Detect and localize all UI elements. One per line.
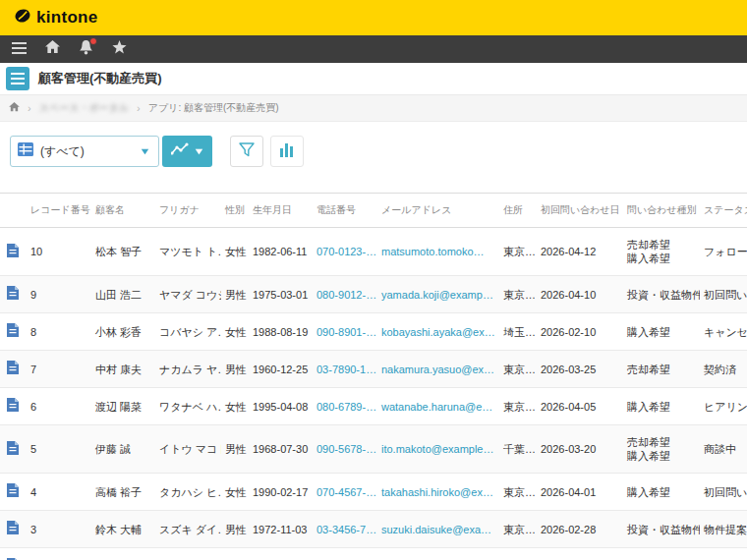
email-link[interactable]: nakamura.yasuo@ex… <box>381 364 494 375</box>
breadcrumb-home-link[interactable] <box>9 102 20 114</box>
cell-customer-name: 中村 康夫 <box>91 351 155 388</box>
cell-gender: 女性 <box>221 228 249 276</box>
column-header[interactable]: 初回問い合わせ日 <box>537 194 623 228</box>
email-link[interactable]: yamada.koji@examp… <box>381 289 493 301</box>
breadcrumb: › スペース・ポータル › アプリ: 顧客管理(不動産売買) <box>0 95 747 122</box>
table-view-icon <box>18 142 33 160</box>
cell-gender: 男性 <box>221 511 249 548</box>
cell-address: 東京… <box>499 351 537 388</box>
column-header[interactable]: ステータス <box>700 194 747 228</box>
cell-furigana: イトウ マコト <box>155 425 221 474</box>
breadcrumb-app-item: アプリ: 顧客管理(不動産売買) <box>148 101 279 115</box>
email-link[interactable]: kobayashi.ayaka@ex… <box>381 326 495 338</box>
breadcrumb-separator: › <box>28 102 31 114</box>
app-header: 顧客管理(不動産売買) <box>0 63 747 95</box>
chart-button[interactable] <box>270 136 304 167</box>
cell-furigana: ナカムラ ヤ… <box>155 351 221 388</box>
graph-button[interactable]: ▼ <box>162 136 212 167</box>
column-header[interactable]: 性別 <box>221 194 249 228</box>
column-header[interactable]: 顧客名 <box>91 194 155 228</box>
email-link[interactable]: takahashi.hiroko@ex… <box>381 486 493 498</box>
bar-chart-icon <box>279 142 294 161</box>
record-detail-icon[interactable] <box>7 361 19 377</box>
column-header[interactable]: 電話番号 <box>313 194 377 228</box>
chevron-down-icon: ▼ <box>193 146 204 156</box>
cell-inquiry-type: 購入希望 <box>623 388 700 425</box>
column-header[interactable]: 問い合わせ種別 <box>623 194 700 228</box>
cell-inquiry-type: 投資・収益物件 <box>623 511 700 548</box>
phone-link[interactable]: 070-4567-… <box>316 486 376 498</box>
table-body: 10松本 智子マツモト ト…女性1982-06-11070-0123-…mats… <box>0 228 747 560</box>
cell-gender: 男性 <box>221 351 249 388</box>
cell-first-inquiry-date: 2026-03-15 <box>537 548 623 560</box>
filter-button[interactable] <box>230 136 263 167</box>
kintone-logo[interactable]: kintone <box>14 7 98 28</box>
view-selector[interactable]: (すべて) ▼ <box>10 136 159 167</box>
cell-record-number: 5 <box>27 425 91 474</box>
menu-button[interactable] <box>2 35 35 63</box>
cell-inquiry-type: 売却希望購入希望 <box>623 425 700 474</box>
phone-link[interactable]: 090-5678-… <box>316 443 376 455</box>
cell-furigana: ヤマダ コウジ <box>155 276 221 313</box>
cell-gender: 女性 <box>221 388 249 425</box>
cell-record-number: 9 <box>27 276 91 313</box>
cell-inquiry-type: 購入希望 <box>623 474 700 511</box>
cell-inquiry-type: 投資・収益物件 <box>623 276 700 313</box>
phone-link[interactable]: 03-3456-7… <box>316 524 376 535</box>
column-header[interactable]: 住所 <box>499 194 537 228</box>
phone-link[interactable]: 03-7890-1… <box>316 364 376 375</box>
phone-link[interactable]: 080-6789-… <box>316 401 376 413</box>
cell-address: 東京… <box>499 474 537 511</box>
cell-birthdate: 1975-03-01 <box>249 276 313 313</box>
column-header[interactable]: 生年月日 <box>249 194 313 228</box>
email-link[interactable]: suzuki.daisuke@exa… <box>381 524 491 535</box>
column-header[interactable]: レコード番号 <box>27 194 91 228</box>
column-header[interactable]: フリガナ <box>155 194 221 228</box>
table-row: 8小林 彩香コバヤシ ア…女性1988-08-19090-8901-…kobay… <box>0 313 747 351</box>
record-detail-icon[interactable] <box>7 323 19 340</box>
favorites-button[interactable] <box>102 35 136 63</box>
cell-gender: 女性 <box>221 474 249 511</box>
email-link[interactable]: watanabe.haruna@e… <box>381 401 492 413</box>
cell-first-inquiry-date: 2026-04-05 <box>537 388 623 425</box>
cell-status: フォロー中 <box>700 228 747 276</box>
email-link[interactable]: ito.makoto@example… <box>381 443 494 455</box>
cell-record-number: 7 <box>27 351 91 388</box>
cell-customer-name: 高橋 裕子 <box>91 474 155 511</box>
table-row: 3鈴木 大輔スズキ ダイ…男性1972-11-0303-3456-7…suzuk… <box>0 511 747 548</box>
view-toolbar: (すべて) ▼ ▼ <box>0 122 747 193</box>
app-view-icon[interactable] <box>6 67 29 90</box>
cell-customer-name: 山田 浩二 <box>91 276 155 313</box>
cell-first-inquiry-date: 2026-02-10 <box>537 313 623 351</box>
record-detail-icon[interactable] <box>7 398 19 415</box>
cell-address: 千葉… <box>499 425 537 474</box>
cell-record-number: 3 <box>27 511 91 548</box>
column-header-icon <box>0 194 27 228</box>
record-detail-icon[interactable] <box>7 286 19 303</box>
cell-birthdate: 1995-04-08 <box>249 388 313 425</box>
email-link[interactable]: matsumoto.tomoko… <box>381 246 485 257</box>
cell-record-number: 10 <box>27 228 91 276</box>
cell-first-inquiry-date: 2026-04-01 <box>537 474 623 511</box>
star-icon <box>112 40 127 58</box>
phone-link[interactable]: 070-0123-… <box>316 246 376 257</box>
cell-first-inquiry-date: 2026-04-12 <box>537 228 623 276</box>
breadcrumb-space-link[interactable]: スペース・ポータル <box>39 101 129 115</box>
record-detail-icon[interactable] <box>7 244 19 260</box>
phone-link[interactable]: 080-9012-… <box>316 289 376 301</box>
cell-address: 神奈… <box>499 548 537 560</box>
cell-inquiry-type: 購入希望 <box>623 313 700 351</box>
kintone-bean-icon <box>14 7 31 28</box>
record-detail-icon[interactable] <box>7 483 19 500</box>
record-detail-icon[interactable] <box>7 521 19 537</box>
column-header[interactable]: メールアドレス <box>377 194 499 228</box>
cell-birthdate: 1988-08-19 <box>249 313 313 351</box>
cell-address: 埼玉… <box>499 313 537 351</box>
phone-link[interactable]: 090-8901-… <box>316 326 376 338</box>
cell-birthdate: 1985-09-22 <box>249 548 313 560</box>
home-button[interactable] <box>35 35 69 63</box>
cell-status: ヒアリング <box>700 548 747 560</box>
table-row: 2佐藤 美咲サトウ ミサキ女性1985-09-22080-2345-…sato.… <box>0 548 747 560</box>
record-detail-icon[interactable] <box>7 441 19 458</box>
notifications-button[interactable] <box>69 35 102 63</box>
